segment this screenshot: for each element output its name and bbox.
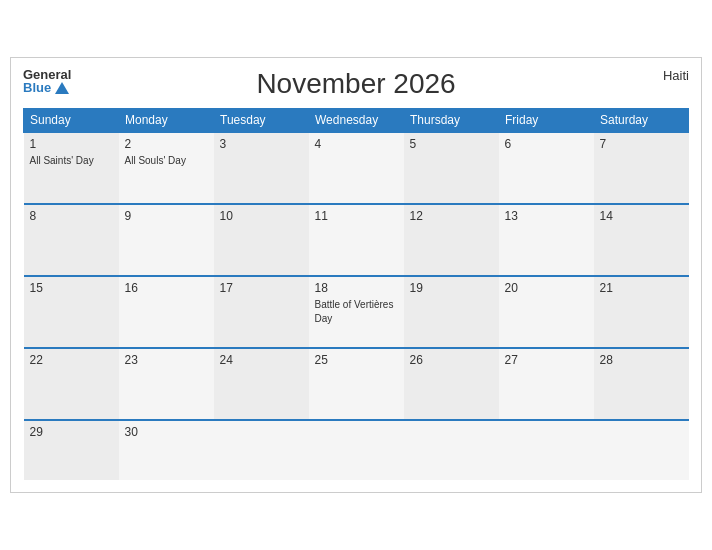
day-number: 24 (220, 353, 303, 367)
calendar-day-cell: 22 (24, 348, 119, 420)
day-number: 23 (125, 353, 208, 367)
day-number: 12 (410, 209, 493, 223)
day-number: 19 (410, 281, 493, 295)
day-number: 7 (600, 137, 683, 151)
day-number: 6 (505, 137, 588, 151)
day-number: 26 (410, 353, 493, 367)
calendar-grid: Sunday Monday Tuesday Wednesday Thursday… (23, 108, 689, 480)
day-number: 20 (505, 281, 588, 295)
header-friday: Friday (499, 109, 594, 133)
calendar-week-row: 2930 (24, 420, 689, 480)
logo: General Blue (23, 68, 71, 94)
holiday-name: All Souls' Day (125, 155, 186, 166)
calendar-day-cell: 29 (24, 420, 119, 480)
day-number: 25 (315, 353, 398, 367)
holiday-name: Battle of Vertières Day (315, 299, 394, 324)
day-number: 16 (125, 281, 208, 295)
header-tuesday: Tuesday (214, 109, 309, 133)
header-thursday: Thursday (404, 109, 499, 133)
day-number: 3 (220, 137, 303, 151)
calendar-day-cell: 24 (214, 348, 309, 420)
calendar-day-cell: 15 (24, 276, 119, 348)
calendar-title: November 2026 (256, 68, 455, 100)
calendar-day-cell: 2All Souls' Day (119, 132, 214, 204)
day-number: 8 (30, 209, 113, 223)
calendar-day-cell: 12 (404, 204, 499, 276)
holiday-name: All Saints' Day (30, 155, 94, 166)
day-number: 15 (30, 281, 113, 295)
header-monday: Monday (119, 109, 214, 133)
day-number: 28 (600, 353, 683, 367)
calendar-day-cell (404, 420, 499, 480)
day-number: 5 (410, 137, 493, 151)
calendar-day-cell: 10 (214, 204, 309, 276)
calendar-day-cell: 18Battle of Vertières Day (309, 276, 404, 348)
calendar-day-cell: 30 (119, 420, 214, 480)
calendar-day-cell: 9 (119, 204, 214, 276)
calendar-week-row: 1All Saints' Day2All Souls' Day34567 (24, 132, 689, 204)
day-number: 29 (30, 425, 113, 439)
calendar-day-cell: 1All Saints' Day (24, 132, 119, 204)
calendar-body: 1All Saints' Day2All Souls' Day345678910… (24, 132, 689, 480)
day-number: 2 (125, 137, 208, 151)
calendar-day-cell: 25 (309, 348, 404, 420)
day-number: 21 (600, 281, 683, 295)
calendar-day-cell: 6 (499, 132, 594, 204)
calendar-day-cell (499, 420, 594, 480)
logo-blue-text: Blue (23, 81, 71, 94)
weekday-header-row: Sunday Monday Tuesday Wednesday Thursday… (24, 109, 689, 133)
calendar-day-cell (309, 420, 404, 480)
header-wednesday: Wednesday (309, 109, 404, 133)
logo-triangle-icon (55, 82, 69, 94)
calendar-day-cell: 14 (594, 204, 689, 276)
calendar-week-row: 15161718Battle of Vertières Day192021 (24, 276, 689, 348)
calendar-day-cell: 21 (594, 276, 689, 348)
calendar-day-cell: 3 (214, 132, 309, 204)
calendar-day-cell: 16 (119, 276, 214, 348)
calendar-day-cell (594, 420, 689, 480)
country-label: Haiti (663, 68, 689, 83)
calendar-day-cell: 28 (594, 348, 689, 420)
day-number: 4 (315, 137, 398, 151)
calendar-day-cell: 17 (214, 276, 309, 348)
day-number: 10 (220, 209, 303, 223)
day-number: 30 (125, 425, 208, 439)
calendar-week-row: 891011121314 (24, 204, 689, 276)
day-number: 17 (220, 281, 303, 295)
calendar-day-cell: 4 (309, 132, 404, 204)
calendar-header: General Blue November 2026 Haiti (23, 68, 689, 100)
calendar-day-cell: 7 (594, 132, 689, 204)
day-number: 27 (505, 353, 588, 367)
calendar-day-cell: 5 (404, 132, 499, 204)
day-number: 18 (315, 281, 398, 295)
calendar-day-cell: 27 (499, 348, 594, 420)
calendar-container: General Blue November 2026 Haiti Sunday … (10, 57, 702, 493)
calendar-day-cell: 13 (499, 204, 594, 276)
calendar-day-cell: 8 (24, 204, 119, 276)
calendar-day-cell: 19 (404, 276, 499, 348)
day-number: 11 (315, 209, 398, 223)
calendar-day-cell (214, 420, 309, 480)
day-number: 1 (30, 137, 113, 151)
calendar-day-cell: 11 (309, 204, 404, 276)
calendar-week-row: 22232425262728 (24, 348, 689, 420)
day-number: 9 (125, 209, 208, 223)
calendar-day-cell: 23 (119, 348, 214, 420)
header-saturday: Saturday (594, 109, 689, 133)
day-number: 22 (30, 353, 113, 367)
day-number: 14 (600, 209, 683, 223)
header-sunday: Sunday (24, 109, 119, 133)
day-number: 13 (505, 209, 588, 223)
calendar-day-cell: 20 (499, 276, 594, 348)
calendar-day-cell: 26 (404, 348, 499, 420)
